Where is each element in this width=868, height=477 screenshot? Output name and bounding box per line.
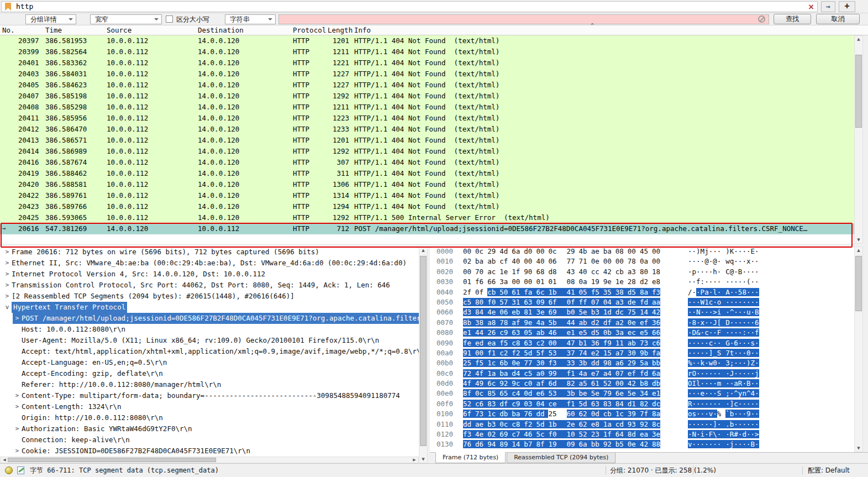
expert-info-icon[interactable] <box>5 466 13 474</box>
column-header-length[interactable]: Length <box>328 26 353 34</box>
hex-row-0060[interactable]: 0060d3844e06eb813e69b05eb31ddc751442··N·… <box>430 307 854 317</box>
detail-line[interactable]: Accept-Encoding: gzip, deflate\r\n <box>0 368 419 379</box>
hex-row-00a0[interactable]: 00a09100f1c2f25d5f533774e215a7309bfa····… <box>430 348 854 358</box>
filter-add-button[interactable]: + <box>839 1 855 12</box>
hex-row-0010[interactable]: 001002baabcf4000400677710e0000780a00····… <box>430 256 854 266</box>
collapsed-chevron-icon[interactable]: > <box>3 269 12 280</box>
packet-row-20423[interactable]: 20423386.58976610.0.0.11214.0.0.120HTTP1… <box>0 201 854 212</box>
hex-row-0110[interactable]: 0110ddaeb30cc8f25d1b2e62e81acd93928c····… <box>430 420 854 429</box>
packet-row-20419[interactable]: 20419386.58846210.0.0.11214.0.0.120HTTP3… <box>0 168 854 179</box>
scroll-up-icon[interactable]: ▲ <box>855 248 862 253</box>
hex-row-00c0[interactable]: 00c0724f1abad4c5a099f14ae7a407effd6arO··… <box>430 369 854 379</box>
collapsed-chevron-icon[interactable]: > <box>13 423 22 434</box>
detail-line[interactable]: >Internet Protocol Version 4, Src: 14.0.… <box>0 269 419 280</box>
hex-row-0080[interactable]: 0080e14426c96305ab46e1e5d50b3aece566·D&·… <box>430 328 854 338</box>
bytes-tab-frame[interactable]: Frame (712 bytes) <box>435 452 506 463</box>
bytes-tab-reassembled-tcp[interactable]: Reassembled TCP (2094 bytes) <box>507 453 616 463</box>
details-scrollbar-vertical[interactable]: ▲ ▼ <box>419 247 428 463</box>
detail-line[interactable]: Accept-Language: en-US,en;q=0.5\r\n <box>0 357 419 368</box>
detail-line[interactable]: >Transmission Control Protocol, Src Port… <box>0 280 419 291</box>
detail-line[interactable]: >Frame 20616: 712 bytes on wire (5696 bi… <box>0 247 419 258</box>
packet-row-20425[interactable]: 20425386.59306510.0.0.11214.0.0.120HTTP1… <box>0 212 854 223</box>
detail-line[interactable]: Origin: http://10.0.0.112:8080\r\n <box>0 412 419 423</box>
collapsed-chevron-icon[interactable]: > <box>13 445 22 457</box>
hex-row-0070[interactable]: 00708b38a878af9e4a5b44abd2dfa20eef36·8·x… <box>430 318 854 328</box>
collapsed-chevron-icon[interactable]: > <box>3 258 12 269</box>
hex-scrollbar-vertical[interactable]: ▲ ▼ <box>854 247 863 452</box>
packet-row-20420[interactable]: 20420386.58858110.0.0.11214.0.0.120HTTP1… <box>0 179 854 190</box>
packet-row-20411[interactable]: 20411386.58595610.0.0.11214.0.0.120HTTP1… <box>0 113 854 124</box>
collapsed-chevron-icon[interactable]: > <box>3 247 12 258</box>
collapsed-chevron-icon[interactable]: > <box>13 313 22 324</box>
cancel-button[interactable]: 取消 <box>816 14 860 24</box>
collapsed-chevron-icon[interactable]: > <box>3 280 12 291</box>
filter-clear-icon[interactable]: × <box>808 2 814 12</box>
detail-line[interactable]: Host: 10.0.0.112:8080\r\n <box>0 324 419 335</box>
packet-row-20412[interactable]: 20412386.58647010.0.0.11214.0.0.120HTTP1… <box>0 124 854 135</box>
scroll-right-icon[interactable]: ▶ <box>411 458 418 463</box>
scrollbar-thumb[interactable] <box>420 256 427 446</box>
column-header-info[interactable]: Info <box>354 26 371 34</box>
detail-line[interactable]: >Content-Length: 1324\r\n <box>0 401 419 412</box>
find-button[interactable]: 查找 <box>774 14 811 24</box>
detail-line[interactable]: Referer: http://10.0.0.112:8080/manager/… <box>0 379 419 390</box>
packet-row-20422[interactable]: 20422386.58976110.0.0.11214.0.0.120HTTP1… <box>0 190 854 201</box>
filter-apply-button[interactable]: → <box>821 1 835 12</box>
hex-row-0130[interactable]: 013076d6948914b78f19096abb92b50e4288v···… <box>430 439 854 449</box>
scroll-down-icon[interactable]: ▼ <box>855 446 862 450</box>
packet-row-20399[interactable]: 20399386.58256410.0.0.11214.0.0.120HTTP1… <box>0 46 854 57</box>
find-search-input[interactable] <box>278 14 769 24</box>
case-sensitive-checkbox[interactable] <box>166 15 173 23</box>
hex-row-00b0[interactable]: 00b025f51c6b0e7730f3333bdd98a6295abb%··k… <box>430 358 854 368</box>
scroll-up-icon[interactable]: ▲ <box>419 248 427 253</box>
char-width-select[interactable]: 宽窄 <box>90 14 162 24</box>
hex-row-0000[interactable]: 0000000c294d6ad0000c294baeba08004500··)M… <box>430 247 854 256</box>
detail-line[interactable]: >POST /manager/html/upload;jsessionid=0D… <box>13 313 419 324</box>
hex-row-0050[interactable]: 0050c580f0573163096f0fff0704a3defdaa···W… <box>430 297 854 307</box>
scrollbar-thumb[interactable] <box>855 55 862 128</box>
collapsed-chevron-icon[interactable]: > <box>3 291 12 302</box>
column-header-no[interactable]: No. <box>2 26 15 34</box>
detail-line[interactable]: User-Agent: Mozilla/5.0 (X11; Linux x86_… <box>0 335 419 346</box>
detail-line[interactable]: >Content-Type: multipart/form-data; boun… <box>0 390 419 401</box>
packet-row-20405[interactable]: 20405386.58462310.0.0.11214.0.0.120HTTP1… <box>0 80 854 91</box>
packet-row-20616[interactable]: →20616547.38126914.0.0.12010.0.0.112HTTP… <box>0 223 854 234</box>
column-header-protocol[interactable]: Protocol <box>293 26 326 34</box>
profile-text[interactable]: 配置: Default <box>808 464 850 477</box>
packet-list-scrollbar[interactable]: ▲ ▼ <box>854 35 863 244</box>
hex-row-0030[interactable]: 003001f6663a00000101080a199e1e28d2e8··f:… <box>430 277 854 287</box>
hex-row-0040[interactable]: 00402f0fcb5061fa6c1b4105f53538d58af3/··P… <box>430 287 854 297</box>
search-type-select[interactable]: 字符串 <box>225 14 276 24</box>
filter-bookmark-icon[interactable] <box>5 3 11 11</box>
scrollbar-thumb[interactable] <box>855 256 862 311</box>
display-filter-input[interactable]: http × <box>1 1 818 12</box>
packet-row-20407[interactable]: 20407386.58519810.0.0.11214.0.0.120HTTP1… <box>0 91 854 102</box>
collapsed-chevron-icon[interactable]: > <box>13 401 22 412</box>
scroll-down-icon[interactable]: ▼ <box>419 457 427 462</box>
expanded-chevron-icon[interactable]: v <box>3 302 12 313</box>
packet-row-20413[interactable]: 20413386.58657110.0.0.11214.0.0.120HTTP1… <box>0 135 854 146</box>
detail-line[interactable]: Connection: keep-alive\r\n <box>0 434 419 445</box>
packet-row-20403[interactable]: 20403386.58403110.0.0.11214.0.0.120HTTP1… <box>0 69 854 80</box>
packet-row-20401[interactable]: 20401386.58336210.0.0.11214.0.0.120HTTP1… <box>0 57 854 69</box>
packet-row-20397[interactable]: 20397386.58195310.0.0.11214.0.0.120HTTP1… <box>0 35 854 46</box>
hex-row-0120[interactable]: 0120f34e0269c7465cf01052231f648dea3e·N·i… <box>430 429 854 439</box>
hex-row-0020[interactable]: 00200070ac1e1f9068d84340cc42cba38018·p··… <box>430 267 854 277</box>
detail-line[interactable]: >Cookie: JSESSIONID=0DE586F27B2F48D0CA04… <box>0 445 419 457</box>
scroll-left-icon[interactable]: ◀ <box>1 458 8 463</box>
hex-row-00d0[interactable]: 00d04f496c929cc0af6d82a561520042b8dbOIl·… <box>430 379 854 389</box>
hex-row-0090[interactable]: 0090feedeaf5c863c20047b136f911ab73c6····… <box>430 338 854 348</box>
detail-line[interactable]: Accept: text/html,application/xhtml+xml,… <box>0 346 419 357</box>
hex-row-00e0[interactable]: 00e08f0c8565c40de6533bbe5e796e5e34e1···e… <box>430 389 854 399</box>
search-scope-select[interactable]: 分组详情 <box>25 14 76 24</box>
capture-comment-icon[interactable] <box>17 466 24 474</box>
column-header-time[interactable]: Time <box>45 26 62 34</box>
collapsed-chevron-icon[interactable]: > <box>13 390 22 401</box>
packet-row-20416[interactable]: 20416386.58767410.0.0.11214.0.0.120HTTP3… <box>0 157 854 168</box>
scroll-down-icon[interactable]: ▼ <box>855 238 862 242</box>
packet-row-20408[interactable]: 20408386.58529810.0.0.11214.0.0.120HTTP1… <box>0 102 854 113</box>
hex-row-00f0[interactable]: 00f052c683dfc90304cef15d638384d182dcR···… <box>430 399 854 409</box>
column-header-destination[interactable]: Destination <box>198 26 244 34</box>
detail-line[interactable]: >[2 Reassembled TCP Segments (2094 bytes… <box>0 291 419 302</box>
detail-line[interactable]: >Authorization: Basic YWRtaW46dG9tY2F0\r… <box>0 423 419 434</box>
